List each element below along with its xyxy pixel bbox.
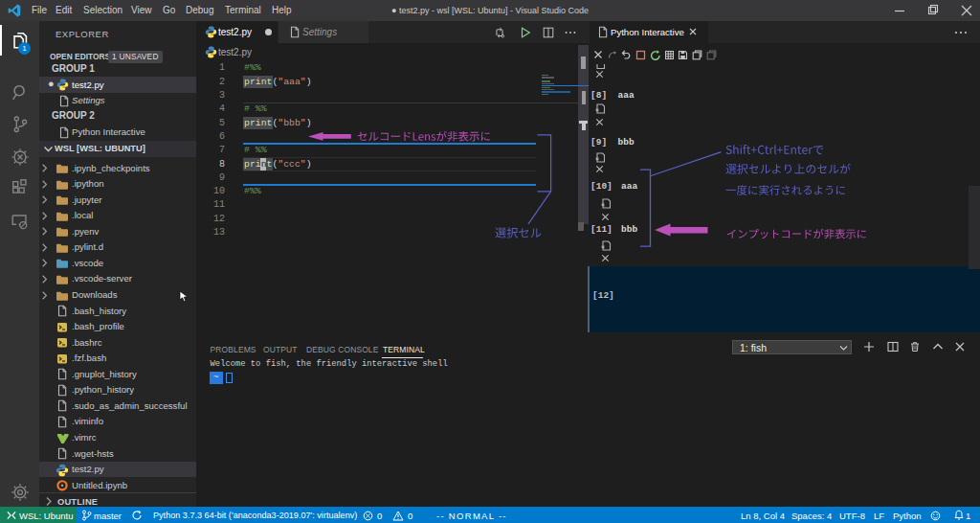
svg-text:1: 1: [22, 44, 27, 53]
